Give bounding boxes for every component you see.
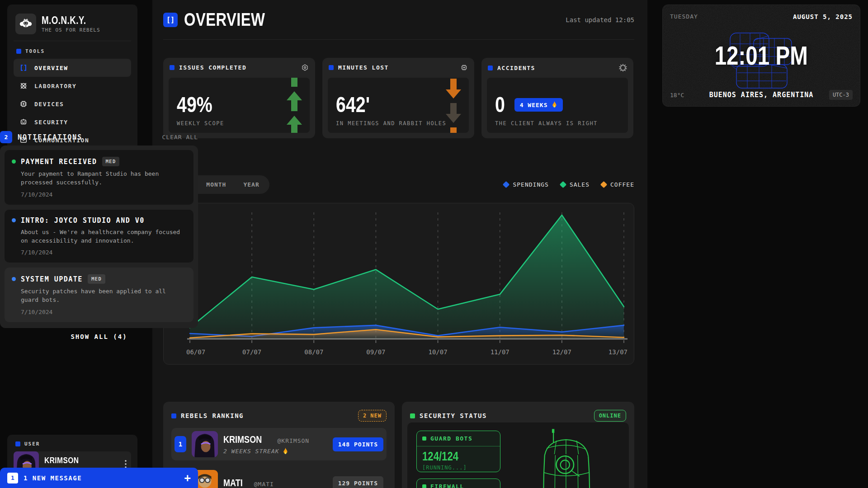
ranking-row-1[interactable]: 1 KRIMSON @KRIMSON 2 WEEKS STREAK [171,428,387,460]
user-name: KRIMSON [44,455,108,465]
firewall-box: FIREWALL [416,479,500,488]
clear-all-button[interactable]: CLEAR ALL [162,134,198,141]
notifications-panel: PAYMENT RECEIVED MED Your payment to Ram… [0,145,198,328]
svg-text:13/07: 13/07 [609,348,627,356]
sidebar-item-security[interactable]: SECURITY [14,113,131,131]
notification-item-1[interactable]: PAYMENT RECEIVED MED Your payment to Ram… [5,150,193,205]
section-marker [410,413,415,418]
diamond-icon [600,181,608,188]
bottom-row: REBELS RANKING 2 NEW 1 KRIMSON @KRIMSON [163,402,634,488]
notification-date: 7/10/2024 [21,309,186,315]
plus-icon[interactable]: + [184,473,191,483]
notification-count-badge: 2 [0,131,12,143]
app-title: M.O.N.K.Y. [42,15,100,26]
main-header: [] OVERVIEW Last updated 12:05 [163,0,634,40]
section-marker [16,49,21,54]
message-count-badge: 1 [7,473,18,483]
stat-card-minutes: MINUTES LOST 642' IN MEETINGS AND RABBIT… [322,58,474,138]
notification-title: INTRO: JOYCO STUDIO AND V0 [21,216,145,225]
dashboard-root: M.O.N.K.Y. THE OS FOR REBELS TOOLS OVERV… [0,0,868,488]
line-chart-card: 100K200K300K400K500K06/0707/0708/0709/07… [163,203,634,365]
clock-widget: TUESDAY AUGUST 5, 2025 12:01 PM 18°C BUE… [662,5,860,107]
notification-date: 7/10/2024 [21,191,186,198]
legend-spendings: SPENDINGS [504,181,548,188]
hex-nut-icon[interactable] [301,64,309,71]
date-label: AUGUST 5, 2025 [793,13,853,20]
stat-value: 49% [177,94,302,116]
points-badge: 129 POINTS [333,476,383,488]
diamond-icon [560,181,567,188]
stat-subtitle: WEEKLY SCOPE [177,120,302,127]
trend-down-arrows-icon [445,79,462,133]
sidebar-item-laboratory[interactable]: LABORATORY [14,77,131,95]
app-subtitle: THE OS FOR REBELS [42,27,100,33]
notification-item-2[interactable]: INTRO: JOYCO STUDIO AND V0 About us - We… [5,210,193,263]
show-all-button[interactable]: SHOW ALL (4) [5,327,193,342]
monkey-logo-icon [15,14,36,34]
notification-title: PAYMENT RECEIVED [21,158,97,166]
svg-text:06/07: 06/07 [186,348,205,356]
svg-text:11/07: 11/07 [491,348,509,356]
guard-bot-wireframe [535,426,598,488]
section-marker [171,413,176,418]
points-badge: 148 POINTS [333,437,383,451]
ranking-row-2[interactable]: 2 MATI @MATI 129 POINTS [171,467,387,488]
robot-icon [19,117,28,127]
last-updated: Last updated 12:05 [566,16,634,23]
rebel-name: MATI [223,477,247,488]
stat-card-accidents: ACCIDENTS 0 4 WEEKS [481,58,633,138]
security-inner-panel: GUARD BOTS 124/124 [RUNNING...] FIREWALL [407,422,629,488]
svg-text:09/07: 09/07 [366,348,385,356]
legend-sales: SALES [561,181,590,188]
timezone-badge: UTC-3 [829,90,853,100]
priority-badge: MED [102,157,120,166]
message-label: 1 NEW MESSAGE [24,474,82,482]
notification-item-3[interactable]: SYSTEM UPDATE MED Security patches have … [5,267,193,322]
sidebar-item-overview[interactable]: OVERVIEW [14,59,131,77]
rebel-handle: @MATI [254,481,274,488]
notifications-header: 2 NOTIFICATIONS CLEAR ALL [0,131,198,143]
chip-icon[interactable] [460,64,468,71]
guard-bots-count: 124/124 [417,446,500,464]
guard-bots-box: GUARD BOTS 124/124 [RUNNING...] [416,431,500,472]
online-status-badge: ONLINE [594,410,626,422]
logo-row: M.O.N.K.Y. THE OS FOR REBELS [14,11,131,41]
overview-icon: [] [163,13,178,27]
notification-body: About us - We're a healthcare company fo… [21,228,186,245]
notification-title: SYSTEM UPDATE [21,275,83,283]
svg-text:12/07: 12/07 [552,348,571,356]
priority-badge: MED [88,274,105,284]
sidebar-item-devices[interactable]: DEVICES [14,95,131,113]
streak-badge: 4 WEEKS [514,98,563,112]
weekday-label: TUESDAY [670,13,698,20]
line-chart: 100K200K300K400K500K06/0707/0708/0709/07… [164,203,634,364]
new-count-badge: 2 NEW [358,410,387,422]
section-marker [329,65,334,70]
rebel-name: KRIMSON [223,434,270,445]
avatar [192,431,218,457]
fire-icon [283,448,288,455]
gear-icon[interactable] [619,64,627,72]
svg-text:10/07: 10/07 [428,348,447,356]
tab-month[interactable]: MONTH [198,177,234,192]
guard-bots-state: [RUNNING...] [417,464,500,472]
section-marker [488,66,493,70]
section-marker [15,441,20,446]
svg-text:07/07: 07/07 [242,348,261,356]
brackets-icon [19,63,28,72]
new-message-bar[interactable]: 1 1 NEW MESSAGE + [0,468,198,488]
page-title: OVERVIEW [184,9,283,30]
notification-date: 7/10/2024 [21,249,186,256]
notification-dot [12,277,16,281]
stat-value: 642' [336,94,461,116]
tab-year[interactable]: YEAR [235,177,267,192]
notification-dot [12,160,16,164]
chart-legend: SPENDINGS SALES COFFEE [504,181,634,188]
rank-badge: 1 [175,436,186,452]
chip-icon [19,99,28,108]
stat-card-issues: ISSUES COMPLETED 49% WEEKLY SCOPE [163,58,315,138]
diamond-icon [503,181,510,188]
fire-icon [552,101,557,108]
notifications-title: NOTIFICATIONS [18,133,82,141]
stat-value: 0 [495,94,507,116]
